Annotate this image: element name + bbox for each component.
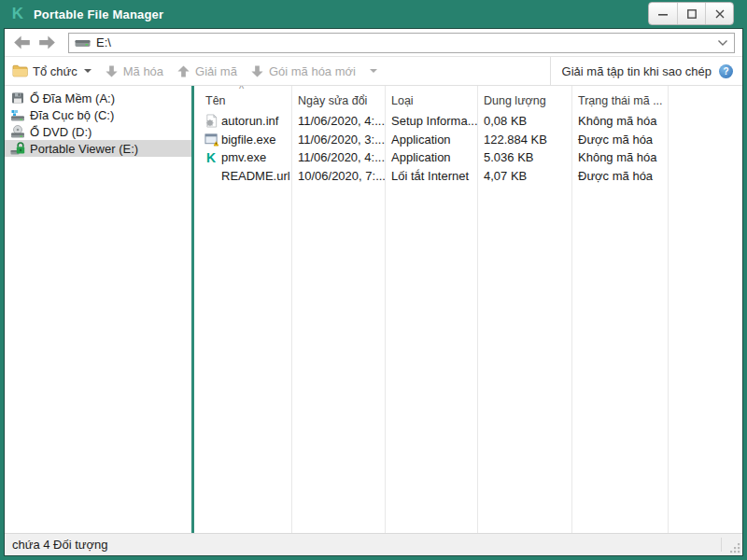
decrypt-on-copy-label: Giải mã tập tin khi sao chép [562, 64, 712, 78]
column-header-name[interactable]: Tên [194, 94, 291, 107]
sidebar-item-drive-d[interactable]: Ổ DVD (D:) [5, 123, 191, 140]
column-header-size[interactable]: Dung lượng [477, 94, 571, 107]
file-status: Được mã hóa [571, 133, 668, 147]
file-status: Không mã hóa [571, 114, 668, 128]
back-arrow-icon[interactable] [12, 33, 32, 52]
help-icon[interactable]: ? [719, 64, 733, 78]
decrypt-button[interactable]: Giải mã [176, 64, 237, 78]
file-size: 5.036 KB [477, 150, 571, 164]
minimize-icon [658, 9, 668, 19]
file-size: 0,08 KB [477, 114, 571, 128]
address-bar[interactable]: E:\ [68, 33, 735, 53]
file-type: Lối tắt Internet [385, 169, 477, 183]
minimize-button[interactable] [649, 3, 677, 24]
new-package-dropdown-icon [370, 69, 377, 73]
file-modified: 10/06/2020, 7:... [291, 169, 385, 183]
resize-grip-icon[interactable] [730, 543, 740, 553]
floppy-drive-icon [10, 91, 25, 105]
content-area: Ổ Đĩa Mềm (A:) Đĩa Cục bộ (C:) [5, 86, 742, 533]
new-encrypted-package-button[interactable]: Gói mã hóa mới [250, 64, 377, 78]
file-modified: 11/06/2020, 3:... [291, 133, 385, 147]
file-modified: 11/06/2020, 4:... [291, 114, 385, 128]
status-bar-divider [721, 538, 722, 552]
file-status: Không mã hóa [571, 150, 668, 164]
column-divider[interactable] [477, 86, 478, 533]
column-divider[interactable] [385, 86, 386, 533]
file-row-readme[interactable]: README.url 10/06/2020, 7:... Lối tắt Int… [194, 167, 742, 186]
folder-icon [12, 64, 28, 77]
dvd-drive-icon [10, 124, 25, 139]
blank-file-icon [204, 168, 218, 183]
column-header-type[interactable]: Loại [385, 94, 477, 107]
package-arrow-down-icon [250, 64, 264, 78]
drive-label: Ổ DVD (D:) [30, 125, 92, 139]
close-button[interactable] [705, 3, 733, 24]
file-type: Application [385, 150, 477, 164]
file-size: 4,07 KB [477, 169, 571, 183]
organize-dropdown-icon [84, 69, 92, 73]
column-header-modified[interactable]: Ngày sửa đổi [291, 94, 385, 107]
file-row-bigfile[interactable]: bigfile.exe 11/06/2020, 3:... Applicatio… [194, 131, 742, 149]
navigation-bar: E:\ [5, 29, 742, 57]
file-name: README.url [221, 169, 290, 183]
new-encrypted-package-label: Gói mã hóa mới [269, 64, 356, 78]
kaspersky-logo-icon: K [8, 5, 27, 23]
address-dropdown-icon[interactable] [717, 39, 728, 47]
title-bar[interactable]: K Portable File Manager [0, 0, 747, 28]
file-status: Được mã hóa [571, 169, 668, 183]
sidebar-item-drive-a[interactable]: Ổ Đĩa Mềm (A:) [5, 90, 191, 106]
sort-ascending-icon: ^ [239, 86, 244, 94]
inf-file-icon [204, 114, 218, 129]
file-name: bigfile.exe [221, 133, 276, 147]
drive-label: Ổ Đĩa Mềm (A:) [30, 91, 115, 105]
portable-file-manager-window: K Portable File Manager [0, 0, 747, 560]
toolbar-left-group: Tổ chức Mã hóa Giải mã Gói mã hóa mới [5, 64, 550, 78]
column-divider[interactable] [571, 86, 572, 533]
file-list-header: ^ Tên Ngày sửa đổi Loại Dung lượng Trạng… [194, 86, 742, 110]
organize-button[interactable]: Tổ chức [12, 64, 92, 78]
drives-sidebar: Ổ Đĩa Mềm (A:) Đĩa Cục bộ (C:) [5, 86, 191, 533]
organize-label: Tổ chức [33, 64, 78, 78]
file-type: Application [385, 133, 477, 147]
file-row-pmv[interactable]: K pmv.exe 11/06/2020, 4:... Application … [194, 148, 742, 167]
file-name: autorun.inf [221, 114, 278, 128]
drive-label: Portable Viewer (E:) [30, 142, 138, 156]
file-list: ^ Tên Ngày sửa đổi Loại Dung lượng Trạng… [194, 86, 742, 533]
file-size: 122.884 KB [477, 133, 571, 147]
window-body: E:\ Tổ chức Mã hóa [4, 28, 743, 556]
encrypt-arrow-down-icon [105, 64, 119, 78]
column-divider[interactable] [291, 86, 292, 533]
local-disk-icon [10, 107, 25, 122]
address-text: E:\ [96, 35, 717, 49]
status-bar: chứa 4 Đối tượng [5, 533, 742, 555]
drive-label: Đĩa Cục bộ (C:) [30, 108, 114, 122]
window-controls [648, 2, 734, 25]
sidebar-item-drive-c[interactable]: Đĩa Cục bộ (C:) [5, 106, 191, 123]
file-type: Setup Informa... [385, 114, 477, 128]
locked-drive-icon [10, 141, 25, 156]
maximize-button[interactable] [677, 3, 705, 24]
column-divider[interactable] [668, 86, 669, 533]
toolbar: Tổ chức Mã hóa Giải mã Gói mã hóa mới [5, 57, 742, 86]
status-text: chứa 4 Đối tượng [12, 538, 108, 552]
exe-file-icon [204, 132, 218, 147]
file-name: pmv.exe [221, 150, 266, 164]
window-title: Portable File Manager [34, 7, 163, 21]
nav-arrows [12, 33, 57, 52]
sidebar-item-drive-e[interactable]: Portable Viewer (E:) [5, 140, 191, 157]
drive-icon [75, 36, 91, 49]
column-header-status[interactable]: Trạng thái mã ... [571, 94, 668, 107]
maximize-icon [687, 9, 697, 19]
encrypt-button[interactable]: Mã hóa [105, 64, 163, 78]
decrypt-label: Giải mã [195, 64, 237, 78]
kaspersky-app-icon: K [204, 150, 218, 165]
file-modified: 11/06/2020, 4:... [291, 150, 385, 164]
decrypt-on-copy-button[interactable]: Giải mã tập tin khi sao chép ? [550, 57, 742, 85]
close-icon [715, 9, 725, 19]
file-row-autorun[interactable]: autorun.inf 11/06/2020, 4:... Setup Info… [194, 112, 742, 131]
encrypt-label: Mã hóa [123, 64, 163, 78]
decrypt-arrow-up-icon [176, 64, 190, 78]
file-rows: autorun.inf 11/06/2020, 4:... Setup Info… [194, 110, 742, 185]
forward-arrow-icon[interactable] [37, 33, 57, 52]
